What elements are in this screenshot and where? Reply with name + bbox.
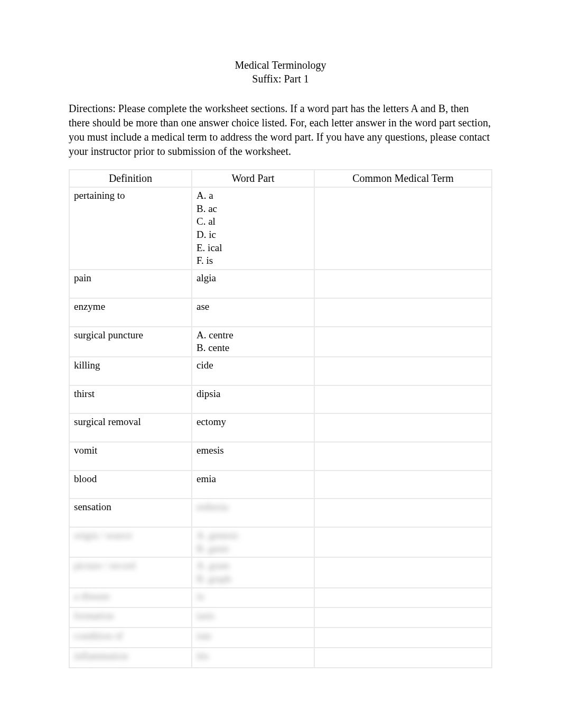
- cell-wordpart: ia: [192, 588, 314, 608]
- wordpart-text: A. genesis: [197, 529, 310, 542]
- cell-definition: inflammation: [69, 648, 192, 668]
- cell-definition: pain: [69, 270, 192, 298]
- wordpart-text: A. centre: [197, 329, 310, 342]
- cell-definition: formation: [69, 607, 192, 628]
- cell-term[interactable]: [314, 499, 492, 527]
- cell-wordpart: esthesia: [192, 499, 314, 527]
- table-row: killingcide: [69, 357, 492, 385]
- cell-definition: thirst: [69, 385, 192, 414]
- wordpart-text: B. genic: [197, 542, 310, 556]
- table-row: enzymease: [69, 298, 492, 327]
- cell-definition: picture / record: [69, 557, 192, 587]
- wordpart-text: B. cente: [197, 342, 310, 355]
- wordpart-text: ia: [197, 590, 310, 603]
- wordpart-text: F. is: [197, 254, 310, 268]
- wordpart-text: emia: [197, 473, 310, 486]
- cell-definition: blood: [69, 471, 192, 499]
- table-row: surgical punctureA. centreB. cente: [69, 327, 492, 357]
- cell-definition: surgical removal: [69, 413, 192, 442]
- table-row: bloodemia: [69, 471, 492, 499]
- definition-text: formation: [74, 610, 114, 621]
- wordpart-text: A. a: [197, 189, 310, 202]
- definition-text: pertaining to: [74, 190, 125, 201]
- cell-wordpart: iasis: [192, 607, 314, 628]
- wordpart-text: C. al: [197, 215, 310, 228]
- table-row: thirstdipsia: [69, 385, 492, 414]
- wordpart-text: ase: [197, 300, 310, 314]
- table-row: picture / recordA. gramB. graph: [69, 557, 492, 587]
- definition-text: killing: [74, 360, 100, 371]
- definition-text: picture / record: [74, 560, 135, 571]
- cell-definition: condition of: [69, 628, 192, 648]
- cell-term[interactable]: [314, 270, 492, 298]
- definition-text: thirst: [74, 388, 95, 399]
- cell-term[interactable]: [314, 607, 492, 628]
- cell-definition: surgical puncture: [69, 327, 192, 357]
- title-line-2: Suffix: Part 1: [69, 72, 492, 86]
- cell-wordpart: ism: [192, 628, 314, 648]
- cell-wordpart: algia: [192, 270, 314, 298]
- cell-wordpart: emia: [192, 471, 314, 499]
- table-row: origin / sourceA. genesisB. genic: [69, 527, 492, 557]
- definition-text: origin / source: [74, 530, 132, 541]
- table-row: sensationesthesia: [69, 499, 492, 527]
- cell-term[interactable]: [314, 471, 492, 499]
- definition-text: enzyme: [74, 301, 105, 312]
- table-row: a diseaseia: [69, 588, 492, 608]
- wordpart-text: dipsia: [197, 388, 310, 401]
- cell-wordpart: A. genesisB. genic: [192, 527, 314, 557]
- wordpart-text: B. graph: [197, 573, 310, 586]
- table-row: vomitemesis: [69, 442, 492, 471]
- cell-term[interactable]: [314, 628, 492, 648]
- definition-text: inflammation: [74, 650, 128, 661]
- cell-wordpart: ase: [192, 298, 314, 327]
- cell-term[interactable]: [314, 298, 492, 327]
- title-line-1: Medical Terminology: [69, 58, 492, 72]
- header-term: Common Medical Term: [314, 170, 492, 187]
- table-row: inflammationitis: [69, 648, 492, 668]
- cell-definition: killing: [69, 357, 192, 385]
- cell-term[interactable]: [314, 442, 492, 471]
- definition-text: sensation: [74, 501, 111, 512]
- cell-term[interactable]: [314, 648, 492, 668]
- header-wordpart: Word Part: [192, 170, 314, 187]
- cell-term[interactable]: [314, 588, 492, 608]
- definition-text: blood: [74, 473, 97, 484]
- definition-text: vomit: [74, 445, 97, 456]
- header-definition: Definition: [69, 170, 192, 187]
- cell-definition: enzyme: [69, 298, 192, 327]
- wordpart-text: B. ac: [197, 202, 310, 216]
- wordpart-text: esthesia: [197, 501, 310, 514]
- wordpart-text: algia: [197, 272, 310, 285]
- definition-text: surgical puncture: [74, 329, 143, 340]
- cell-wordpart: A. aB. acC. alD. icE. icalF. is: [192, 187, 314, 270]
- cell-wordpart: dipsia: [192, 385, 314, 414]
- cell-wordpart: A. centreB. cente: [192, 327, 314, 357]
- cell-term[interactable]: [314, 357, 492, 385]
- wordpart-text: cide: [197, 359, 310, 372]
- definition-text: condition of: [74, 630, 123, 641]
- wordpart-text: ism: [197, 630, 310, 643]
- table-row: surgical removalectomy: [69, 413, 492, 442]
- wordpart-text: D. ic: [197, 228, 310, 242]
- cell-definition: origin / source: [69, 527, 192, 557]
- definition-text: a disease: [74, 591, 110, 602]
- definition-text: surgical removal: [74, 416, 141, 427]
- cell-wordpart: A. gramB. graph: [192, 557, 314, 587]
- wordpart-text: ectomy: [197, 416, 310, 429]
- table-row: painalgia: [69, 270, 492, 298]
- table-row: pertaining toA. aB. acC. alD. icE. icalF…: [69, 187, 492, 270]
- cell-term[interactable]: [314, 557, 492, 587]
- cell-term[interactable]: [314, 327, 492, 357]
- worksheet-table: Definition Word Part Common Medical Term…: [69, 169, 492, 668]
- cell-term[interactable]: [314, 187, 492, 270]
- cell-term[interactable]: [314, 527, 492, 557]
- table-header-row: Definition Word Part Common Medical Term: [69, 170, 492, 187]
- cell-wordpart: ectomy: [192, 413, 314, 442]
- cell-wordpart: emesis: [192, 442, 314, 471]
- cell-term[interactable]: [314, 385, 492, 414]
- title-block: Medical Terminology Suffix: Part 1: [69, 58, 492, 86]
- cell-definition: a disease: [69, 588, 192, 608]
- cell-wordpart: cide: [192, 357, 314, 385]
- cell-term[interactable]: [314, 413, 492, 442]
